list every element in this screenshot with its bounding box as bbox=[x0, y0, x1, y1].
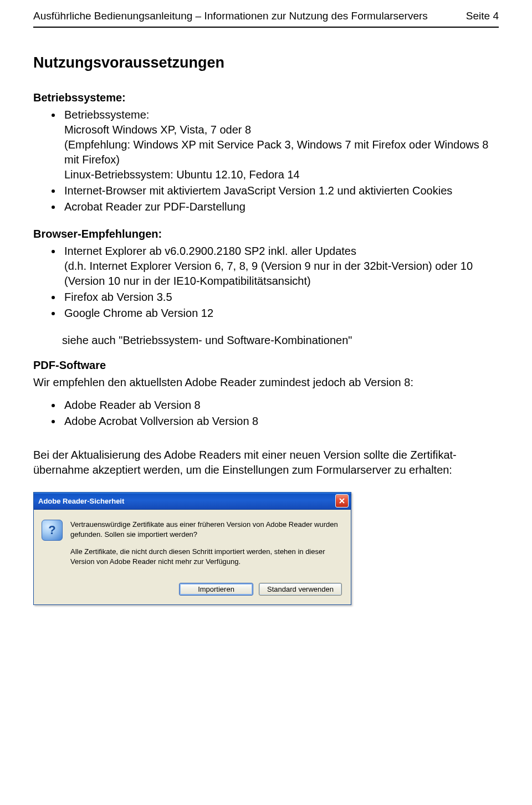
section-heading: Nutzungsvoraussetzungen bbox=[33, 54, 499, 71]
dialog-text: Vertrauenswürdige Zertifikate aus einer … bbox=[70, 520, 342, 574]
update-note: Bei der Aktualisierung des Adobe Readers… bbox=[33, 448, 499, 478]
list-item: Google Chrome ab Version 12 bbox=[62, 306, 499, 321]
list-item: Internet-Browser mit aktiviertem JavaScr… bbox=[62, 183, 499, 198]
header-page-number: Seite 4 bbox=[466, 10, 499, 22]
pdf-intro: Wir empfehlen den aktuellsten Adobe Read… bbox=[33, 375, 499, 390]
browser-subheading: Browser-Empfehlungen: bbox=[33, 228, 499, 240]
list-item: Betriebssysteme: Microsoft Windows XP, V… bbox=[62, 107, 499, 182]
close-button[interactable] bbox=[335, 494, 349, 507]
header-title: Ausführliche Bedienungsanleitung – Infor… bbox=[33, 10, 428, 22]
use-default-button[interactable]: Standard verwenden bbox=[259, 583, 342, 596]
pdf-list: Adobe Reader ab Version 8 Adobe Acrobat … bbox=[33, 398, 499, 429]
dialog-button-row: Importieren Standard verwenden bbox=[34, 580, 351, 604]
question-icon: ? bbox=[42, 520, 63, 541]
list-item: Adobe Acrobat Vollversion ab Version 8 bbox=[62, 414, 499, 429]
list-item: Firefox ab Version 3.5 bbox=[62, 290, 499, 305]
list-item: Internet Explorer ab v6.0.2900.2180 SP2 … bbox=[62, 244, 499, 289]
dialog-body: ? Vertrauenswürdige Zertifikate aus eine… bbox=[34, 510, 351, 580]
document-page: Ausführliche Bedienungsanleitung – Infor… bbox=[0, 0, 532, 805]
os-subheading: Betriebssysteme: bbox=[33, 91, 499, 104]
pdf-subheading: PDF-Software bbox=[33, 359, 499, 372]
dialog-title-text: Adobe Reader-Sicherheit bbox=[38, 497, 124, 505]
browser-list: Internet Explorer ab v6.0.2900.2180 SP2 … bbox=[33, 244, 499, 321]
import-button[interactable]: Importieren bbox=[179, 583, 253, 596]
dialog-message-1: Vertrauenswürdige Zertifikate aus einer … bbox=[70, 520, 342, 539]
adobe-security-dialog: Adobe Reader-Sicherheit ? Vertrauenswürd… bbox=[33, 492, 351, 605]
list-item: Acrobat Reader zur PDF-Darstellung bbox=[62, 199, 499, 214]
list-item: Adobe Reader ab Version 8 bbox=[62, 398, 499, 413]
dialog-titlebar: Adobe Reader-Sicherheit bbox=[34, 493, 351, 510]
header-rule bbox=[33, 27, 499, 28]
dialog-message-2: Alle Zertifikate, die nicht durch diesen… bbox=[70, 547, 342, 566]
dialog-screenshot: Adobe Reader-Sicherheit ? Vertrauenswürd… bbox=[33, 492, 499, 605]
page-header: Ausführliche Bedienungsanleitung – Infor… bbox=[33, 10, 499, 22]
close-icon bbox=[339, 498, 345, 504]
see-also-note: siehe auch "Betriebssystem- und Software… bbox=[33, 334, 499, 347]
os-list: Betriebssysteme: Microsoft Windows XP, V… bbox=[33, 107, 499, 214]
